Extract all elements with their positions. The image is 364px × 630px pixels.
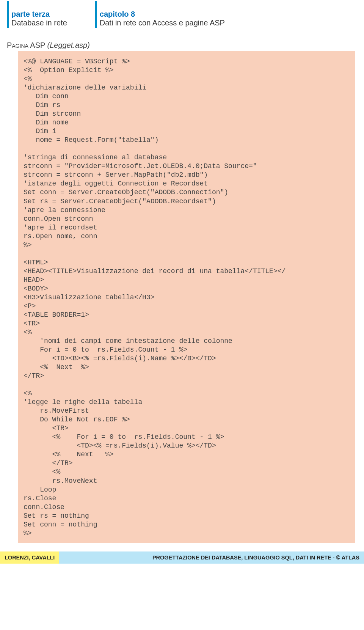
header-left: parte terza Database in rete — [7, 10, 67, 27]
footer-authors: LORENZI, CAVALLI — [0, 551, 59, 564]
asp-label: ASP — [28, 41, 47, 49]
chapter-subtitle: Dati in rete con Access e pagine ASP — [100, 19, 225, 27]
footer-book-title: PROGETTAZIONE DEI DATABASE, LINGUAGGIO S… — [59, 551, 364, 564]
code-listing: <%@ LANGUAGE = VBScript %> <% Option Exp… — [18, 51, 355, 543]
chapter-title: capitolo 8 — [100, 10, 225, 19]
asp-page-heading: Pagina ASP (Legget.asp) — [7, 41, 357, 50]
part-title: parte terza — [11, 10, 67, 19]
asp-filename: (Legget.asp) — [47, 41, 90, 49]
part-subtitle: Database in rete — [11, 19, 67, 27]
page-header: parte terza Database in rete capitolo 8 … — [0, 0, 364, 30]
page-footer: LORENZI, CAVALLI PROGETTAZIONE DEI DATAB… — [0, 551, 364, 564]
pagina-label: Pagina — [7, 41, 28, 49]
header-right: capitolo 8 Dati in rete con Access e pag… — [95, 10, 225, 27]
